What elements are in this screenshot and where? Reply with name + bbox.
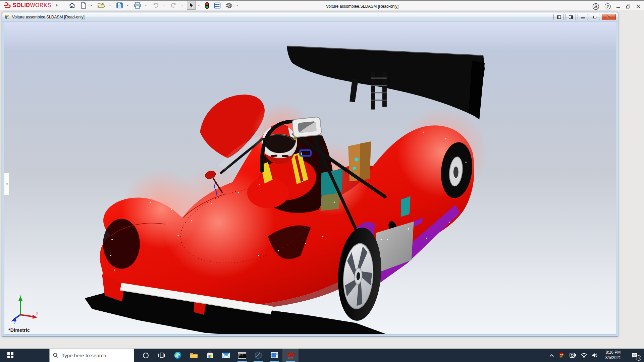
undo-button[interactable] <box>151 1 161 10</box>
traffic-light-icon <box>205 2 209 9</box>
menu-flyout-arrow[interactable] <box>56 4 58 7</box>
tray-date: 3/5/2021 <box>603 355 624 361</box>
search-input[interactable] <box>62 353 125 358</box>
ds-logo-icon <box>3 2 11 9</box>
select-tool-dropdown[interactable] <box>198 5 200 6</box>
taskbar-item-store[interactable] <box>202 349 218 362</box>
doc-minimize-button[interactable] <box>578 14 588 20</box>
edge-icon <box>174 351 182 359</box>
pane-right-icon <box>569 15 573 19</box>
taskbar-item-task-view[interactable] <box>154 349 170 362</box>
solidworks-tray-shield-icon[interactable]: SW <box>558 352 565 359</box>
redo-dropdown[interactable] <box>181 5 183 6</box>
doc-pane-left-button[interactable] <box>553 14 564 20</box>
taskbar-search-box[interactable] <box>49 349 134 362</box>
new-document-icon <box>80 2 87 9</box>
tray-time: 8:16 PM <box>603 350 624 355</box>
app-restore-icon[interactable] <box>626 4 631 9</box>
rebuild-button[interactable] <box>204 1 211 10</box>
pane-left-icon <box>557 15 561 19</box>
taskbar-item-cortana[interactable] <box>138 349 154 362</box>
home-button[interactable] <box>67 1 77 10</box>
system-tray: SW 8:16 PM 3/5/2021 <box>549 349 644 362</box>
tray-chevron-up-icon[interactable] <box>549 354 554 357</box>
command-prompt-icon: C:\_ <box>238 352 246 359</box>
print-button[interactable] <box>132 1 143 10</box>
start-button[interactable] <box>0 349 21 362</box>
doc-pane-right-button[interactable] <box>566 14 576 20</box>
select-cursor-icon <box>188 2 194 9</box>
svg-text:Z: Z <box>14 321 16 325</box>
windows-logo-icon <box>7 352 13 358</box>
assembly-document-icon <box>4 14 10 20</box>
open-dropdown[interactable] <box>109 5 111 6</box>
solidworks-logo: SOLIDWORKS <box>3 2 51 9</box>
doc-close-button[interactable] <box>602 14 616 20</box>
new-document-button[interactable] <box>79 1 88 10</box>
help-icon[interactable]: ? <box>605 3 611 9</box>
document-titlebar[interactable]: Voiture assomblee.SLDASM [Read-only] <box>2 12 618 22</box>
undo-icon <box>152 2 159 8</box>
graphics-viewport[interactable]: Y X Z *Dimetric <box>4 22 616 335</box>
solidworks-taskbar-icon: SW 2021 <box>287 352 294 359</box>
microsoft-store-icon <box>206 352 214 359</box>
svg-text:X: X <box>36 311 39 315</box>
file-explorer-icon <box>190 352 198 359</box>
save-button[interactable] <box>115 1 124 10</box>
open-icon <box>97 2 105 9</box>
redo-button[interactable] <box>169 1 179 10</box>
open-button[interactable] <box>96 1 107 10</box>
redo-icon <box>170 2 177 8</box>
tray-clock[interactable]: 8:16 PM 3/5/2021 <box>603 350 624 360</box>
air-intake <box>292 117 322 137</box>
task-pane-button[interactable] <box>213 1 222 10</box>
gear-icon <box>225 2 232 9</box>
taskbar-item-mail[interactable] <box>218 349 234 362</box>
volume-icon[interactable] <box>592 353 598 358</box>
taskbar-item-hexagon-app[interactable] <box>250 349 266 362</box>
print-icon <box>134 2 141 9</box>
taskbar-item-edge[interactable] <box>170 349 186 362</box>
taskbar-item-photos-app[interactable] <box>266 349 282 362</box>
photos-app-icon <box>270 352 278 359</box>
notification-badge: 3 <box>636 355 641 361</box>
task-view-icon <box>158 352 165 359</box>
doc-minimize-icon <box>581 17 585 18</box>
taskbar-item-solidworks[interactable]: SW 2021 <box>282 349 299 362</box>
app-titlebar: SOLIDWORKS <box>0 0 644 10</box>
cortana-icon <box>143 353 149 358</box>
meet-now-icon[interactable] <box>570 353 576 358</box>
doc-close-icon <box>607 15 611 19</box>
document-title: Voiture assomblee.SLDASM [Read-only] <box>12 15 85 19</box>
options-button[interactable] <box>224 1 234 10</box>
desktop: SOLIDWORKS <box>0 0 644 362</box>
taskbar-item-command-prompt[interactable]: C:\_ <box>234 349 250 362</box>
save-dropdown[interactable] <box>127 5 129 6</box>
active-document-title: Voiture assomblee.SLDASM [Read-only] <box>268 4 456 9</box>
new-document-dropdown[interactable] <box>90 5 92 6</box>
app-close-icon[interactable] <box>636 4 641 9</box>
3d-model-race-car[interactable] <box>4 22 616 334</box>
brand-text: SOLIDWORKS <box>13 2 51 8</box>
doc-restore-icon <box>593 16 596 18</box>
select-tool-button[interactable] <box>187 1 196 10</box>
wifi-icon[interactable] <box>581 353 587 358</box>
mail-icon <box>222 352 230 359</box>
options-dropdown[interactable] <box>236 5 238 6</box>
taskbar-item-file-explorer[interactable] <box>186 349 202 362</box>
view-orientation-label: *Dimetric <box>8 327 30 333</box>
feature-manager-collapsed-tab[interactable] <box>4 173 10 195</box>
document-window: Voiture assomblee.SLDASM [Read-only] <box>2 12 618 337</box>
hexagon-app-icon <box>254 351 262 359</box>
task-pane-icon <box>214 2 221 9</box>
orientation-triad: Y X Z <box>10 294 39 325</box>
doc-restore-button[interactable] <box>590 14 600 20</box>
print-dropdown[interactable] <box>145 5 147 6</box>
save-icon <box>116 2 123 9</box>
undo-dropdown[interactable] <box>163 5 165 6</box>
search-icon <box>53 353 58 358</box>
account-icon[interactable] <box>592 3 599 10</box>
app-minimize-icon[interactable] <box>616 4 621 9</box>
windows-taskbar: C:\_ SW 2021 <box>0 349 644 362</box>
action-center-button[interactable]: 3 <box>628 349 641 362</box>
